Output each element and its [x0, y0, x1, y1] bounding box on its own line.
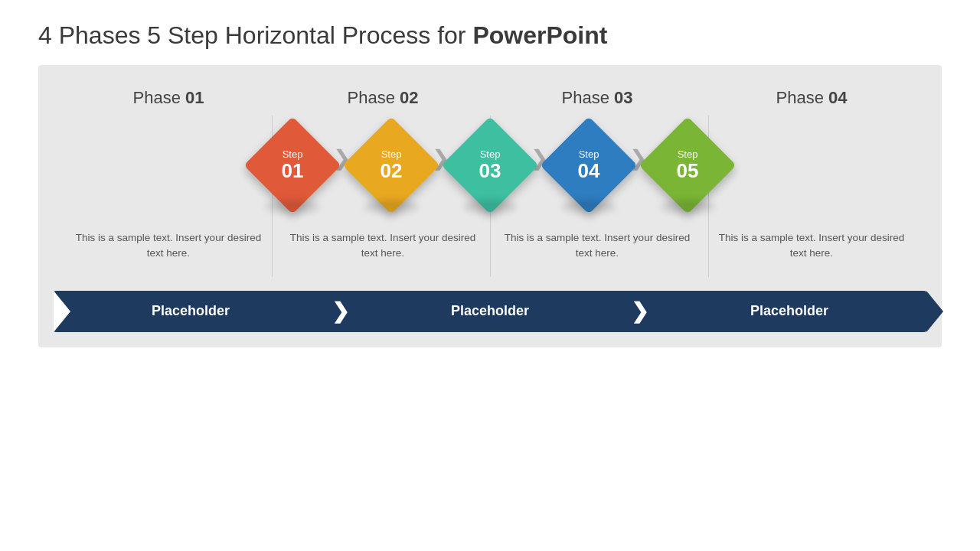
page-title: 4 Phases 5 Step Horizontal Process for P… [0, 0, 980, 65]
banner-section-1: Placeholder [54, 303, 328, 319]
step-2: Step 02 [357, 131, 426, 200]
steps-row: Step 01 ❯ Step 02 ❯ [54, 116, 926, 200]
desc-1: This is a sample text. Insert your desir… [74, 230, 263, 262]
banner-section-2: Placeholder [353, 303, 627, 319]
title-suffix: PowerPoint [472, 21, 607, 49]
step-3: Step 03 [456, 131, 524, 200]
banner-section-3: Placeholder [652, 303, 926, 319]
desc-2: This is a sample text. Insert your desir… [289, 230, 477, 262]
desc-3: This is a sample text. Insert your desir… [503, 230, 691, 262]
step-5: Step 05 [653, 131, 722, 200]
banner-chevron-1: ❯ [328, 298, 353, 324]
phases-row: Phase 01 Phase 02 Phase 03 Phase 04 [54, 88, 926, 108]
banner-chevron-2: ❯ [627, 298, 652, 324]
content-area: Step 01 ❯ Step 02 ❯ [54, 116, 926, 277]
step-1: Step 01 [258, 131, 327, 200]
main-container: Phase 01 Phase 02 Phase 03 Phase 04 Step… [38, 65, 942, 347]
phase-header-2: Phase 02 [289, 88, 477, 108]
phase-header-3: Phase 03 [503, 88, 691, 108]
phase-header-1: Phase 01 [74, 88, 263, 108]
step-4: Step 04 [554, 131, 623, 200]
title-prefix: 4 Phases 5 Step Horizontal Process for [38, 21, 472, 49]
phase-header-4: Phase 04 [717, 88, 906, 108]
desc-4: This is a sample text. Insert your desir… [717, 230, 906, 262]
bottom-banner: Placeholder ❯ Placeholder ❯ Placeholder [54, 291, 926, 332]
